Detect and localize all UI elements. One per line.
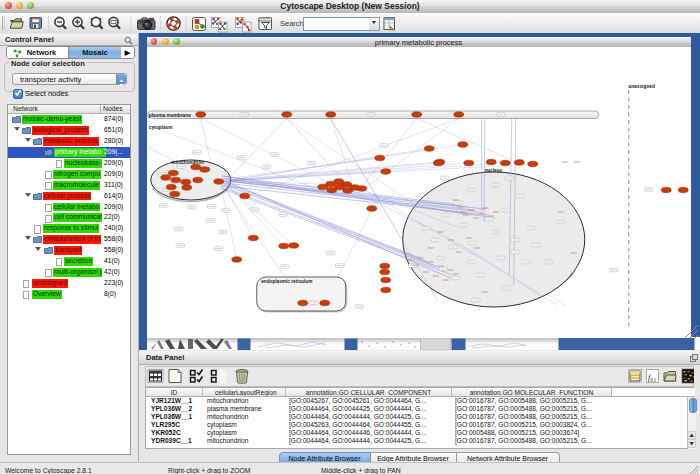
svg-text:mitochondrion: mitochondrion	[171, 160, 204, 165]
svg-text:cytoplasm: cytoplasm	[148, 125, 172, 130]
svg-text:endoplasmic reticulum: endoplasmic reticulum	[261, 279, 312, 284]
svg-text:f₀₁: f₀₁	[648, 372, 656, 382]
svg-text:plasma membrane: plasma membrane	[148, 113, 190, 118]
svg-text:unassigned: unassigned	[628, 84, 655, 89]
svg-text:nucleus: nucleus	[484, 168, 502, 173]
